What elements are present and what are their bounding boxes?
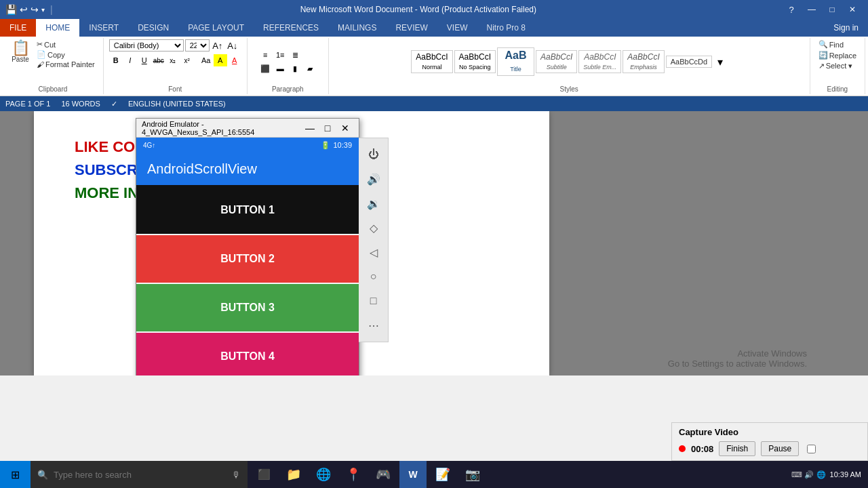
android-scroll-content[interactable]: BUTTON 1 BUTTON 2 BUTTON 3 BUTTON 4 BUTT…: [136, 186, 359, 375]
paste-button[interactable]: 📋 Paste: [8, 39, 33, 64]
erase-btn[interactable]: ◇: [363, 217, 384, 239]
android-btn-3[interactable]: BUTTON 3: [136, 284, 359, 331]
undo-icon[interactable]: ↩: [20, 4, 28, 15]
highlight-btn[interactable]: A: [214, 54, 227, 66]
android-device: 4G↑ 🔋 10:39 AndroidScrollView BUTTON 1 B…: [136, 138, 359, 375]
subscript-btn[interactable]: x₂: [166, 54, 180, 66]
tab-insert[interactable]: INSERT: [79, 19, 128, 37]
start-button[interactable]: ⊞: [0, 461, 31, 488]
align-center-btn[interactable]: ▬: [273, 62, 287, 75]
find-button[interactable]: 🔍 Find: [816, 39, 846, 49]
app1-icon[interactable]: 🎮: [370, 461, 397, 488]
style-subtle-em[interactable]: AaBbCcISubtle Em...: [578, 50, 621, 73]
select-button[interactable]: ↗ Select ▾: [816, 61, 856, 71]
android-btn-2[interactable]: BUTTON 2: [136, 235, 359, 283]
cut-button[interactable]: ✂Cut: [34, 39, 98, 49]
superscript-btn[interactable]: x²: [180, 54, 194, 66]
tab-design[interactable]: DESIGN: [128, 19, 178, 37]
underline-btn[interactable]: U: [138, 54, 151, 66]
strikethrough-btn[interactable]: abc: [152, 54, 165, 66]
increase-font-btn[interactable]: A↑: [211, 39, 224, 52]
help-icon[interactable]: ?: [781, 0, 802, 19]
capture-controls: 00:08 Finish Pause: [679, 441, 861, 456]
styles-expand-btn[interactable]: ▾: [713, 56, 727, 68]
change-case-btn[interactable]: Aa: [199, 54, 213, 66]
style-emphasis[interactable]: AaBbCcIEmphasis: [623, 50, 664, 73]
more-btn[interactable]: ⋯: [363, 314, 384, 336]
editing-label: Editing: [827, 85, 848, 93]
recording-indicator: [679, 445, 686, 452]
close-btn[interactable]: ✕: [842, 0, 863, 19]
camera-icon[interactable]: 📷: [459, 461, 486, 488]
square-btn[interactable]: □: [363, 290, 384, 312]
notepad-icon[interactable]: 📝: [429, 461, 456, 488]
font-family-select[interactable]: Calibri (Body): [109, 39, 184, 52]
style-extra[interactable]: AaBbCcDd: [666, 56, 712, 68]
bullets-btn[interactable]: ≡: [258, 49, 272, 61]
emulator-minimize-btn[interactable]: —: [302, 121, 318, 136]
align-left-btn[interactable]: ⬛: [258, 62, 272, 75]
style-title[interactable]: AaBTitle: [497, 47, 534, 76]
style-subtitle[interactable]: AaBbCcISubtitle: [536, 50, 577, 73]
align-right-btn[interactable]: ▮: [288, 62, 302, 75]
task-view-btn[interactable]: ⬛: [250, 461, 277, 488]
emulator-window: Android Emulator - 4_WVGA_Nexus_S_API_16…: [136, 118, 359, 375]
back-btn[interactable]: ◁: [363, 241, 384, 263]
numbering-btn[interactable]: 1≡: [273, 49, 287, 61]
font-color-btn[interactable]: A: [228, 54, 241, 66]
pause-button[interactable]: Pause: [761, 441, 799, 456]
capture-checkbox[interactable]: [807, 445, 816, 453]
style-no-spacing[interactable]: AaBbCcINo Spacing: [454, 50, 496, 73]
vol-down-btn[interactable]: 🔉: [363, 192, 384, 214]
spell-icon: ✓: [111, 100, 117, 108]
android-btn-4[interactable]: BUTTON 4: [136, 333, 359, 375]
android-btn-1[interactable]: BUTTON 1: [136, 186, 359, 234]
chrome-icon[interactable]: 🌐: [310, 461, 337, 488]
word-count: 16 WORDS: [61, 100, 100, 108]
finish-button[interactable]: Finish: [719, 441, 755, 456]
font-label: Font: [168, 85, 182, 93]
replace-button[interactable]: 🔄 Replace: [816, 50, 859, 60]
tab-nitro[interactable]: Nitro Pro 8: [477, 19, 534, 37]
tab-view[interactable]: VIEW: [437, 19, 477, 37]
maps-icon[interactable]: 📍: [340, 461, 367, 488]
redo-icon[interactable]: ↪: [31, 4, 39, 15]
bold-btn[interactable]: B: [109, 54, 123, 66]
style-normal[interactable]: AaBbCcINormal: [411, 50, 452, 73]
taskbar-right: ⌨ 🔊 🌐 10:39 AM: [785, 470, 868, 479]
emulator-maximize-btn[interactable]: □: [319, 121, 336, 136]
vol-up-btn[interactable]: 🔊: [363, 168, 384, 190]
power-btn[interactable]: ⏻: [363, 144, 384, 165]
format-painter-button[interactable]: 🖌Format Painter: [34, 60, 98, 69]
multilevel-btn[interactable]: ≣: [288, 49, 302, 61]
italic-btn[interactable]: I: [123, 54, 137, 66]
home-btn[interactable]: ○: [363, 266, 384, 287]
search-input[interactable]: [54, 470, 226, 480]
microphone-icon[interactable]: 🎙: [232, 470, 241, 480]
tab-references[interactable]: REFERENCES: [254, 19, 328, 37]
customize-icon[interactable]: ▾: [41, 6, 45, 14]
minimize-btn[interactable]: —: [802, 0, 822, 19]
tab-file[interactable]: FILE: [0, 19, 36, 37]
decrease-font-btn[interactable]: A↓: [226, 39, 239, 52]
tab-mailings[interactable]: MAILINGS: [328, 19, 386, 37]
tab-home[interactable]: HOME: [36, 19, 79, 37]
capture-video-bar: Capture Video 00:08 Finish Pause: [671, 422, 868, 461]
maximize-btn[interactable]: □: [822, 0, 842, 19]
sign-in[interactable]: Sign in: [824, 19, 868, 37]
justify-btn[interactable]: ▰: [303, 62, 317, 75]
copy-button[interactable]: 📄Copy: [34, 49, 98, 60]
tab-page-layout[interactable]: PAGE LAYOUT: [178, 19, 254, 37]
font-size-select[interactable]: 22: [185, 39, 210, 52]
emulator-close-btn[interactable]: ✕: [337, 121, 353, 136]
file-explorer-icon[interactable]: 📁: [280, 461, 307, 488]
save-icon[interactable]: 💾: [5, 4, 17, 15]
android-appbar: AndroidScrollView: [136, 152, 359, 185]
document-area: LIKE COMENT SUBSCRIBE MORE INTE Activate…: [0, 111, 868, 375]
emulator-title: Android Emulator - 4_WVGA_Nexus_S_API_16…: [142, 120, 302, 136]
taskbar-app-icons: ⬛ 📁 🌐 📍 🎮 W 📝 📷: [248, 461, 489, 488]
tab-review[interactable]: REVIEW: [386, 19, 437, 37]
separator: |: [50, 4, 53, 15]
word-icon[interactable]: W: [399, 461, 427, 488]
paragraph-group: ≡ 1≡ ≣ ⬛ ▬ ▮ ▰ Paragraph: [248, 38, 329, 94]
